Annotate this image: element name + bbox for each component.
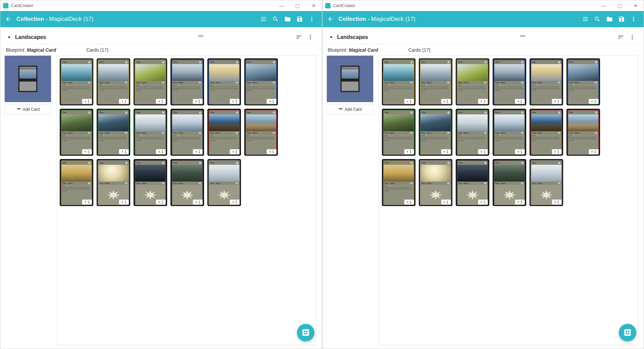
mana-orb-icon [447, 162, 450, 164]
count-badge: × 1 [119, 99, 129, 104]
add-card-icon [338, 107, 343, 112]
drag-handle-icon[interactable] [197, 33, 204, 41]
card-item[interactable]: TitleType – Name× 1 [419, 159, 452, 206]
window-min-button[interactable]: — [598, 2, 609, 10]
card-item[interactable]: TitleType – NameLorem ipsum dolor sit, c… [419, 58, 452, 105]
card-item[interactable]: TitleType – NameLorem ipsum dolor sit, c… [244, 58, 278, 105]
chevron-down-icon[interactable] [6, 34, 12, 41]
card-item[interactable]: TitleType – NameLorem ipsum dolor sit, c… [134, 58, 167, 105]
card-item[interactable]: TitleType – NameLorem ipsum dolor sit, c… [530, 58, 563, 105]
card-item[interactable]: TitleType – NameLorem ipsum dolor sit, c… [493, 58, 526, 105]
set-symbol-icon [410, 182, 413, 184]
card-item[interactable]: TitleType – NameLorem ipsum dolor sit, c… [566, 109, 600, 156]
sort-icon[interactable] [294, 33, 304, 42]
fab-button[interactable] [297, 324, 314, 341]
card-item[interactable]: TitleType – NameLorem ipsum dolor sit, c… [456, 58, 489, 105]
section-menu-icon[interactable] [628, 33, 637, 42]
card-item[interactable]: TitleType – NameLorem ipsum dolor sit, c… [60, 109, 93, 156]
sort-icon[interactable] [616, 33, 626, 42]
app-title: CardCreator [333, 3, 598, 8]
toolbar-folder-icon[interactable] [603, 13, 615, 25]
card-item[interactable]: TitleType – NameLorem ipsum dolor sit, c… [60, 159, 93, 206]
toolbar-folder-icon[interactable] [282, 13, 294, 25]
toolbar: Collection - MagicalDeck (17) [0, 11, 322, 27]
card-type-bar: Type – Name [246, 81, 276, 84]
section-menu-icon[interactable] [306, 33, 315, 42]
toolbar-menu-icon[interactable] [306, 13, 318, 25]
card-title-bar: Title [246, 110, 276, 114]
card-item[interactable]: TitleType – NameLorem ipsum dolor sit, c… [134, 109, 167, 156]
card-item[interactable]: TitleType – NameLorem ipsum dolor sit, c… [244, 109, 278, 156]
card-type-bar: Type – Name [494, 81, 525, 84]
card-item[interactable]: TitleType – NameLorem ipsum dolor sit, c… [419, 109, 452, 156]
set-symbol-icon [484, 82, 487, 84]
card-item[interactable]: TitleType – Name× 1 [170, 159, 204, 206]
window-close-button[interactable]: ✕ [630, 2, 641, 10]
card-item[interactable]: TitleType – NameLorem ipsum dolor sit, c… [170, 109, 204, 156]
card-item[interactable]: TitleType – NameLorem ipsum dolor sit, c… [170, 58, 204, 105]
back-button[interactable] [4, 15, 12, 23]
collection-count: (17) [83, 16, 93, 22]
drag-handle-icon[interactable] [519, 33, 526, 41]
window-close-button[interactable]: ✕ [308, 2, 319, 10]
card-art [531, 114, 561, 131]
set-symbol-icon [447, 132, 450, 134]
card-item[interactable]: TitleType – NameLorem ipsum dolor sit, c… [382, 58, 415, 105]
card-item[interactable]: TitleType – Name× 1 [456, 159, 489, 206]
mana-orb-icon [199, 162, 201, 164]
section-name: Landscapes [337, 34, 426, 40]
toolbar-list-icon[interactable] [257, 13, 269, 25]
toolbar-search-icon[interactable] [591, 13, 603, 25]
card-art [61, 165, 92, 182]
toolbar-save-icon[interactable] [615, 13, 628, 25]
add-card-button[interactable]: Add Card [327, 104, 374, 114]
card-type-bar: Type – Name [172, 182, 202, 185]
count-badge: × 1 [589, 149, 599, 154]
svg-marker-3 [217, 190, 231, 200]
app-icon [3, 3, 8, 8]
card-item[interactable]: TitleType – NameLorem ipsum dolor sit, c… [97, 109, 130, 156]
card-title-bar: Title [494, 60, 525, 64]
card-item[interactable]: TitleType – NameLorem ipsum dolor sit, c… [97, 58, 130, 105]
toolbar-search-icon[interactable] [269, 13, 282, 25]
card-item[interactable]: TitleType – Name× 1 [97, 159, 130, 206]
card-item[interactable]: TitleType – NameLorem ipsum dolor sit, c… [530, 109, 563, 156]
card-item[interactable]: TitleType – NameLorem ipsum dolor sit, c… [207, 109, 241, 156]
mana-orb-icon [236, 61, 238, 63]
mana-orb-icon [236, 162, 238, 164]
back-button[interactable] [327, 15, 335, 23]
window-controls: —▢✕ [276, 2, 319, 10]
card-item[interactable]: TitleType – Name× 1 [134, 159, 167, 206]
blueprint-preview[interactable] [327, 55, 374, 102]
card-type-bar: Type – Name [494, 182, 525, 185]
card-item[interactable]: TitleType – Name× 1 [493, 159, 526, 206]
card-item[interactable]: TitleType – Name× 1 [207, 159, 241, 206]
card-item[interactable]: TitleType – NameLorem ipsum dolor sit, c… [493, 109, 526, 156]
card-item[interactable]: TitleType – NameLorem ipsum dolor sit, c… [382, 159, 415, 206]
window-max-button[interactable]: ▢ [292, 2, 303, 10]
card-item[interactable]: TitleType – NameLorem ipsum dolor sit, c… [60, 58, 93, 105]
toolbar-list-icon[interactable] [579, 13, 591, 25]
card-item[interactable]: TitleType – NameLorem ipsum dolor sit, c… [566, 58, 600, 105]
window-min-button[interactable]: — [276, 2, 287, 10]
set-symbol-icon [199, 82, 201, 84]
toolbar-save-icon[interactable] [294, 13, 306, 25]
card-item[interactable]: TitleType – Name× 1 [530, 159, 563, 206]
chevron-down-icon[interactable] [328, 34, 335, 41]
subheader: Blueprint: Magical CardCards (17) [327, 47, 639, 55]
add-card-button[interactable]: Add Card [4, 104, 51, 114]
card-type-bar: Type – Name [98, 81, 129, 84]
card-item[interactable]: TitleType – NameLorem ipsum dolor sit, c… [207, 58, 241, 105]
card-item[interactable]: TitleType – NameLorem ipsum dolor sit, c… [456, 109, 489, 156]
toolbar-menu-icon[interactable] [628, 13, 640, 25]
app-window-left: CardCreator—▢✕Collection - MagicalDeck (… [0, 0, 322, 349]
fab-button[interactable] [619, 324, 636, 341]
blueprint-preview[interactable] [4, 55, 51, 102]
set-symbol-icon [236, 132, 238, 134]
card-art [494, 64, 525, 81]
window-max-button[interactable]: ▢ [614, 2, 625, 10]
card-type-bar: Type – Name [531, 182, 561, 185]
set-symbol-icon [199, 182, 201, 184]
card-item[interactable]: TitleType – NameLorem ipsum dolor sit, c… [382, 109, 415, 156]
card-art [384, 64, 414, 81]
